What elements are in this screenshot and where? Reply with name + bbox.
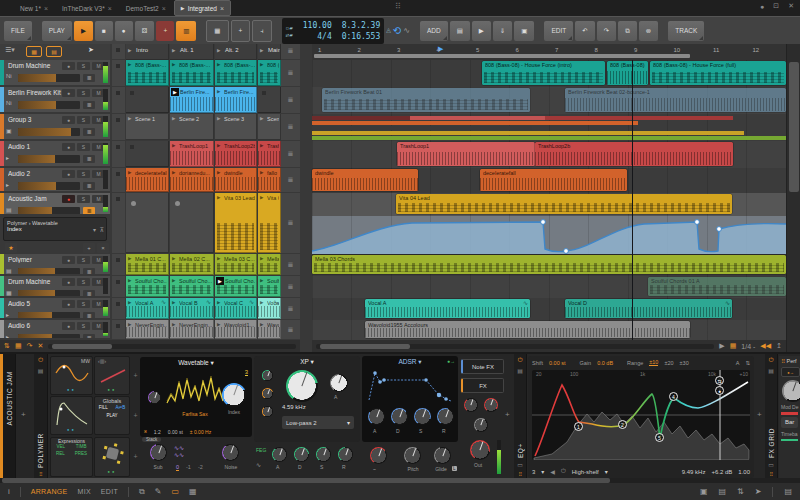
play-button[interactable]: ▶ [74, 21, 93, 41]
clip-stop-cell[interactable] [112, 60, 125, 87]
aeg-d-knob[interactable] [391, 408, 408, 425]
eq-display[interactable]: 20 100 1k 10k +10 1 [532, 370, 750, 460]
rel-expression[interactable]: REL [56, 451, 65, 456]
solo-button[interactable]: S [77, 116, 90, 124]
grid-panel-icon[interactable]: ▦ [189, 487, 197, 496]
file-menu-button[interactable]: FILE [4, 21, 32, 41]
clip-cell[interactable] [126, 87, 169, 113]
fxgrid-header-column[interactable]: ⏻ ▤ FX GRID ▭ ⠿ [765, 354, 778, 478]
arranger-loop-region[interactable] [314, 54, 690, 58]
eq-node-1[interactable]: 1 [574, 422, 583, 431]
clip-cell[interactable]: ▶Soulful Cho... [215, 276, 257, 297]
clip-play-icon[interactable]: ▶ [217, 322, 220, 327]
add-menu-button[interactable]: ADD [420, 21, 448, 41]
filter-env-knob[interactable] [262, 388, 273, 399]
feg-a-knob[interactable] [272, 447, 287, 462]
expand-icon[interactable]: ▭ [517, 461, 523, 468]
clip-play-icon[interactable]: ▶ [217, 62, 220, 67]
automation-lane[interactable] [312, 216, 786, 255]
record-arm-button[interactable]: ● [62, 322, 75, 330]
clip-cell[interactable]: ▶Mella [258, 254, 281, 275]
out-volume-knob[interactable] [470, 440, 490, 460]
arrangement-clip[interactable]: Soulful Chords 01 A [648, 277, 786, 296]
polymer-header-column[interactable]: ⏻ ▤ POLYMER ⠿ [34, 354, 48, 478]
device-power-icon[interactable]: ⏻ [769, 357, 774, 364]
mod-expressions-cell[interactable]: Expressions VEL TIMB REL PRES [50, 437, 93, 477]
favorite-star-button[interactable]: ★ [5, 243, 17, 253]
mod-amount-dots[interactable]: ●● [108, 469, 117, 474]
clip-cell[interactable] [258, 87, 281, 113]
song-time[interactable]: 0:16.553 [342, 31, 381, 42]
view-tab-edit[interactable]: EDIT [101, 488, 118, 495]
arrangement-clip[interactable]: 808 (Bass-08) - House Force (full) [650, 61, 786, 85]
stop-all-clips-icon[interactable]: ⇅ [4, 342, 10, 350]
arrangement-clip[interactable]: Vocal D∿ [565, 299, 732, 318]
on-screen-keyboard-icon[interactable]: ▤ [784, 487, 792, 496]
arrangement-clip[interactable]: Mella 03 Chords [312, 255, 786, 274]
volume-fader[interactable] [18, 128, 80, 136]
fxgrid-mod-knob[interactable] [782, 380, 800, 402]
clip-play-icon[interactable]: ▶ [128, 322, 131, 327]
clip-playing-icon[interactable]: ▶ [216, 277, 224, 285]
eq-band-power-icon[interactable]: ⏻ [561, 468, 566, 475]
volume-fader[interactable] [18, 207, 80, 215]
fxgrid-header[interactable]: Perf [787, 358, 797, 364]
clip-play-icon[interactable]: ▶ [172, 143, 175, 148]
scene-header[interactable]: ▶Alt. 2 [215, 44, 257, 60]
view-tab-arrange[interactable]: ARRANGE [31, 488, 68, 495]
tab-close-icon[interactable]: × [162, 5, 166, 12]
clip-cell[interactable]: ▶Vocal C∿ [215, 298, 257, 319]
fxgrid-timebase-select[interactable]: Bar [781, 417, 798, 428]
eq-range-30[interactable]: ±30 [680, 360, 689, 366]
clip-play-icon[interactable]: ▶ [260, 278, 263, 283]
volume-fader[interactable] [18, 182, 80, 190]
eq-band-solo-icon[interactable]: ◀ [550, 468, 555, 475]
filter-mode-select[interactable]: Low-pass 2▾ [282, 416, 354, 429]
clip-cell[interactable]: ▶Trash [258, 141, 281, 167]
clip-play-icon[interactable]: ▶ [172, 322, 175, 327]
sub-octave-2[interactable]: -2 [198, 464, 203, 470]
clip-play-icon[interactable]: ▶ [217, 300, 220, 305]
arrangement-clip[interactable]: TrashLoop1 [397, 142, 535, 166]
add-device-button[interactable]: + [505, 410, 510, 419]
sub-knob[interactable] [150, 444, 167, 461]
scene-play-icon[interactable]: ▶ [172, 48, 175, 53]
mod-amount-dots[interactable]: ●● [67, 387, 76, 392]
mod-dice-cell[interactable]: ●● [94, 437, 130, 477]
tab-close-icon[interactable]: × [44, 5, 48, 12]
pitch-knob[interactable] [404, 447, 421, 464]
add-modulator-button[interactable]: + [131, 453, 140, 460]
clip-play-icon[interactable]: ▶ [128, 278, 131, 283]
filter-keytrack-knob[interactable] [262, 370, 273, 381]
eq-band-q[interactable]: 1.00 [738, 469, 750, 475]
mod-ramp-cell[interactable]: ‹▥› ●● [94, 356, 130, 395]
clip-cell[interactable]: ▶Soulf [258, 276, 281, 297]
remote-controls-icon[interactable]: ⠿ [518, 471, 522, 477]
track-header[interactable]: Acoustic Jam●SM▤≣ [0, 193, 110, 215]
arrangement-clip[interactable]: 808 (Bass-08) - House Force (intro) [482, 61, 605, 85]
device-power-icon[interactable]: ⏻ [518, 357, 523, 364]
mod-lfo-cell[interactable]: MW ●● [50, 356, 93, 395]
clip-play-icon[interactable]: ▶ [172, 256, 175, 261]
export-button[interactable]: ⇓ [493, 21, 512, 41]
pitch-bend-knob[interactable] [370, 447, 387, 464]
solo-button[interactable]: S [77, 300, 90, 308]
clip-play-icon[interactable]: ▶ [260, 256, 263, 261]
stop-button[interactable]: ■ [95, 21, 113, 41]
clip-stop-cell[interactable] [112, 114, 125, 141]
clip-cell[interactable] [126, 141, 169, 167]
sub-octave-0[interactable]: 0 [176, 464, 179, 471]
track-header[interactable]: Audio 6●SM▸≣ [0, 320, 110, 339]
sub-octave-1[interactable]: -1 [186, 464, 191, 470]
preset-icon[interactable]: ▤ [768, 367, 774, 374]
info-icon[interactable]: i [8, 487, 10, 496]
aeg-r-knob[interactable] [437, 408, 454, 425]
clip-cell[interactable]: ▶dwindle [215, 168, 257, 192]
scene-list-button[interactable]: ≣ [281, 168, 300, 193]
track-list-menu-icon[interactable]: ☰▾ [5, 46, 15, 54]
clip-play-icon[interactable]: ▶ [128, 116, 131, 121]
solo-button[interactable]: S [77, 170, 90, 178]
clip-cell[interactable]: ▶NeverEngin... [126, 320, 169, 339]
clip-stop-cell[interactable] [112, 320, 125, 340]
clip-fade-icon[interactable]: ∿ [523, 299, 528, 306]
